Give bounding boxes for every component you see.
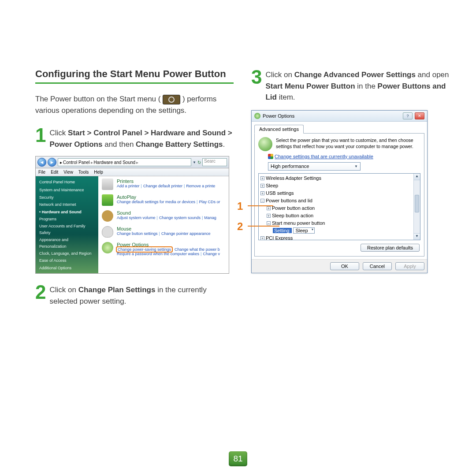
menu-help[interactable]: Help <box>94 170 103 175</box>
link[interactable]: Change button settings <box>117 231 158 236</box>
cat-title[interactable]: Printers <box>117 178 215 184</box>
tree-item[interactable]: USB settings <box>266 190 294 196</box>
t: Change Battery Settings <box>136 140 223 149</box>
sidebar-item[interactable]: System and Maintenance <box>39 187 95 193</box>
dialog-description: Select the power plan that you want to c… <box>276 137 420 151</box>
cat-title[interactable]: Power Options <box>117 242 220 247</box>
menu-tools[interactable]: Tools <box>78 170 89 175</box>
step-1: 1 Click Start > Control Panel > Hardware… <box>35 126 234 150</box>
tree-item-power-buttons-lid[interactable]: Power buttons and lid <box>266 198 312 203</box>
close-button[interactable]: ✕ <box>415 112 424 119</box>
shield-icon <box>268 154 273 159</box>
link[interactable]: Play CDs or <box>199 200 220 204</box>
setting-combobox[interactable]: Sleep <box>293 227 314 234</box>
sidebar-item-active[interactable]: Hardware and Sound <box>39 209 95 215</box>
t: Change Advanced Power Settings <box>294 71 416 79</box>
expand-icon[interactable]: + <box>267 206 271 210</box>
link[interactable]: Change default printer <box>143 184 182 188</box>
menu-edit[interactable]: Edit <box>51 170 58 175</box>
battery-icon <box>258 137 272 151</box>
plan-combobox[interactable]: High performance ▼ <box>268 162 361 171</box>
sidebar-item[interactable]: Programs <box>39 216 95 222</box>
dialog-body: Select the power plan that you want to c… <box>254 133 424 257</box>
scroll-up-icon[interactable]: ▲ <box>414 174 420 180</box>
expand-icon[interactable]: + <box>260 236 264 240</box>
breadcrumb[interactable]: Hardware and Sound <box>94 160 136 165</box>
link[interactable]: Change system sounds <box>159 216 201 220</box>
tree-item[interactable]: Sleep <box>266 183 278 188</box>
t: . <box>223 140 225 149</box>
ok-button[interactable]: OK <box>330 262 359 270</box>
cp-main: Printers Add a printer|Change default pr… <box>98 176 229 273</box>
dialog-titlebar: Power Options ? ✕ <box>252 111 427 122</box>
link-change-unavailable[interactable]: Change settings that are currently unava… <box>275 154 373 159</box>
step-body: Click on Change Advanced Power Settings … <box>265 68 450 103</box>
scroll-thumb[interactable] <box>415 195 419 212</box>
link[interactable]: Change v <box>203 252 220 256</box>
sidebar-item[interactable]: Security <box>39 194 95 201</box>
refresh-icon[interactable]: ↻ <box>197 160 201 165</box>
sidebar-item[interactable]: Ease of Access <box>39 257 95 264</box>
link[interactable]: Change default settings for media or dev… <box>117 200 195 204</box>
cat-title[interactable]: Mouse <box>117 226 211 231</box>
tree-item[interactable]: Wireless Adapter Settings <box>266 175 321 181</box>
expand-icon[interactable]: + <box>260 184 264 188</box>
address-bar[interactable]: ▸ Control Panel ▸ Hardware and Sound ▸ <box>58 158 191 166</box>
link[interactable]: Change pointer appearance <box>161 231 211 236</box>
link-change-power-saving[interactable]: Change power-saving settings <box>117 247 172 252</box>
forward-button[interactable]: ► <box>48 158 56 167</box>
breadcrumb[interactable]: Control Panel <box>63 160 90 165</box>
tree-setting-label: Setting: <box>273 228 292 233</box>
t: in the <box>355 82 378 90</box>
cat-title[interactable]: Sound <box>117 210 216 216</box>
power-button-icon <box>163 95 180 104</box>
tree-item[interactable]: Power button action <box>272 205 315 211</box>
expand-icon[interactable]: + <box>260 176 264 180</box>
dialog-power-options: Power Options ? ✕ Advanced settings Sele… <box>251 110 428 273</box>
cp-navbar: ◄ ► ▸ Control Panel ▸ Hardware and Sound… <box>36 156 229 168</box>
menu-file[interactable]: File <box>38 170 45 175</box>
scrollbar[interactable]: ▲ ▼ <box>413 174 420 240</box>
sidebar-item[interactable]: Appearance and Personalization <box>39 237 95 249</box>
back-button[interactable]: ◄ <box>37 158 46 167</box>
tree-item[interactable]: PCI Express <box>266 235 293 240</box>
cat-power-options: Power Options Change power-saving settin… <box>102 242 229 256</box>
intro-a: The Power button on the Start menu ( <box>35 95 160 103</box>
menu-view[interactable]: View <box>63 170 73 175</box>
link[interactable]: Add a printer <box>117 184 140 188</box>
sidebar-item[interactable]: User Accounts and Family Safety <box>39 223 95 236</box>
tab-advanced-settings[interactable]: Advanced settings <box>254 125 304 134</box>
sidebar-header[interactable]: Control Panel Home <box>39 179 95 185</box>
tree-item[interactable]: Sleep button action <box>272 213 313 218</box>
sidebar-item[interactable]: Clock, Language, and Region <box>39 250 95 257</box>
screenshot-control-panel: ◄ ► ▸ Control Panel ▸ Hardware and Sound… <box>35 156 229 274</box>
step-body: Click on Change Plan Settings in the cur… <box>49 283 234 307</box>
link[interactable]: Manag <box>204 216 216 220</box>
step-body: Click Start > Control Panel > Hardware a… <box>49 126 234 150</box>
search-input[interactable]: Searc <box>202 158 227 166</box>
sidebar-item[interactable]: Additional Options <box>39 265 95 271</box>
dropdown-icon[interactable]: ▼ <box>193 160 196 164</box>
collapse-icon[interactable]: − <box>267 221 271 225</box>
link[interactable]: Change what the power b <box>175 247 220 252</box>
link[interactable]: Adjust system volume <box>117 216 156 220</box>
step-2: 2 Click on Change Plan Settings in the c… <box>35 283 234 307</box>
collapse-icon[interactable]: − <box>260 199 264 203</box>
cat-printers: Printers Add a printer|Change default pr… <box>102 178 229 190</box>
expand-icon[interactable]: + <box>267 214 271 218</box>
scroll-down-icon[interactable]: ▼ <box>414 233 420 240</box>
step-number: 1 <box>35 126 46 150</box>
help-button[interactable]: ? <box>403 112 413 119</box>
restore-defaults-button[interactable]: Restore plan defaults <box>361 244 420 252</box>
link[interactable]: Remove a printe <box>186 184 215 188</box>
link[interactable]: Require a password when the computer wak… <box>117 252 199 256</box>
apply-button[interactable]: Apply <box>395 262 424 270</box>
expand-icon[interactable]: + <box>260 191 264 195</box>
dialog-footer: OK Cancel Apply <box>252 259 427 273</box>
cancel-button[interactable]: Cancel <box>363 262 392 270</box>
settings-tree[interactable]: +Wireless Adapter Settings +Sleep +USB s… <box>258 173 420 240</box>
screenshot-power-options-dialog: 1 2 Power Options ? ✕ Advanced settings <box>251 110 450 273</box>
cat-title[interactable]: AutoPlay <box>117 194 220 200</box>
sidebar-item[interactable]: Network and Internet <box>39 201 95 208</box>
tree-item-start-menu-power-button[interactable]: Start menu power button <box>272 220 325 226</box>
